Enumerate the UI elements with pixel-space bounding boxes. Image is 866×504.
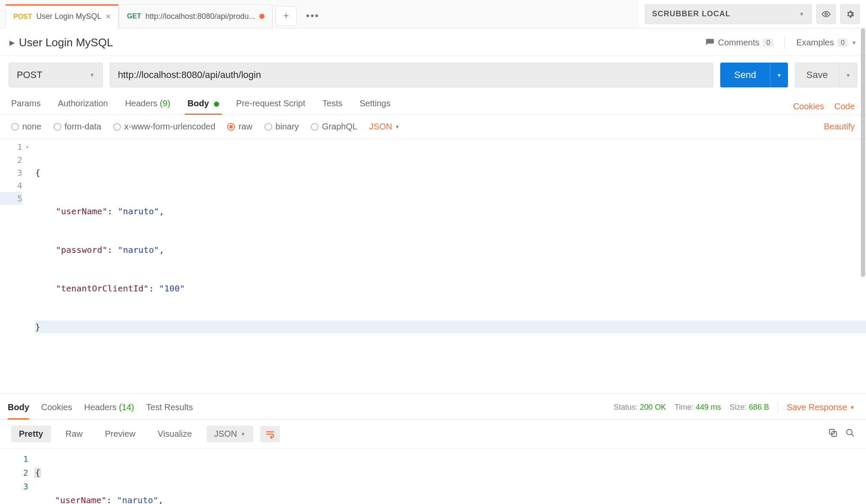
comments-label: Comments [718, 38, 760, 48]
save-button[interactable]: Save [795, 63, 839, 87]
body-language-value: JSON [369, 122, 392, 132]
tab-prerequest[interactable]: Pre-request Script [236, 99, 305, 114]
comments-count: 0 [763, 39, 773, 47]
response-tab-testresults[interactable]: Test Results [146, 399, 193, 416]
chevron-right-icon: ▶ [9, 39, 15, 47]
tab-body[interactable]: Body [187, 99, 219, 114]
settings-button[interactable] [840, 4, 860, 24]
save-response-button[interactable]: Save Response ▼ [787, 402, 855, 412]
response-view-preview[interactable]: Preview [97, 426, 143, 442]
environment-quicklook-button[interactable] [816, 4, 836, 24]
headers-count: (9) [160, 99, 170, 108]
examples-count: 0 [837, 39, 848, 47]
tab-method-badge: POST [13, 13, 32, 21]
examples-button[interactable]: Examples 0 ▼ [796, 38, 857, 48]
save-dropdown-button[interactable]: ▼ [839, 63, 857, 87]
unsaved-dot-icon [259, 14, 265, 19]
environment-name: SCRUBBER LOCAL [652, 9, 731, 18]
tabs-row: POST User Login MySQL × GET http://local… [0, 0, 639, 28]
time-value: 449 ms [696, 403, 721, 411]
response-view-raw[interactable]: Raw [58, 426, 90, 442]
request-name: User Login MySQL [19, 36, 113, 49]
code-link[interactable]: Code [834, 102, 855, 111]
body-type-graphql[interactable]: GraphQL [311, 122, 357, 132]
tab-products[interactable]: GET http://localhost:8080/api/produ... [119, 4, 273, 28]
tab-headers-label: Headers [125, 99, 158, 108]
status-value: 200 OK [640, 403, 666, 411]
response-format-select[interactable]: JSON ▼ [207, 426, 253, 442]
chevron-down-icon: ▼ [241, 431, 246, 437]
chevron-down-icon: ▼ [850, 405, 855, 411]
beautify-button[interactable]: Beautify [824, 122, 855, 132]
method-select[interactable]: POST ▼ [9, 63, 103, 87]
tab-authorization[interactable]: Authorization [58, 99, 108, 114]
tab-body-label: Body [187, 99, 209, 108]
svg-point-4 [847, 429, 852, 435]
send-dropdown-button[interactable]: ▼ [770, 63, 788, 87]
tab-title: User Login MySQL [36, 12, 102, 21]
body-modified-dot-icon [214, 102, 219, 107]
response-tab-headers[interactable]: Headers (14) [84, 399, 134, 416]
body-type-formdata[interactable]: form-data [54, 122, 102, 132]
close-icon[interactable]: × [106, 12, 111, 21]
cookies-link[interactable]: Cookies [793, 102, 824, 111]
response-tab-body[interactable]: Body [8, 399, 29, 416]
examples-label: Examples [796, 38, 834, 48]
chevron-down-icon: ▼ [395, 124, 400, 130]
svg-point-0 [825, 13, 827, 15]
tab-overflow-button[interactable]: ••• [302, 6, 323, 26]
chevron-down-icon: ▼ [851, 40, 857, 46]
response-body-editor[interactable]: 1 2 3 4 { "userName": "naruto", "token":… [0, 449, 866, 504]
method-value: POST [17, 69, 42, 81]
body-language-select[interactable]: JSON ▼ [369, 122, 400, 132]
tab-tests[interactable]: Tests [322, 99, 343, 114]
chevron-down-icon: ▼ [90, 72, 95, 78]
new-tab-button[interactable]: + [275, 6, 297, 26]
response-tab-cookies[interactable]: Cookies [41, 399, 72, 416]
copy-response-button[interactable] [828, 428, 838, 440]
tab-title: http://localhost:8080/api/produ... [145, 12, 255, 21]
body-type-none[interactable]: none [11, 122, 42, 132]
tab-settings[interactable]: Settings [360, 99, 391, 114]
url-input[interactable] [110, 63, 713, 87]
response-view-visualize[interactable]: Visualize [150, 426, 200, 442]
tab-user-login[interactable]: POST User Login MySQL × [5, 4, 119, 28]
search-response-button[interactable] [845, 428, 855, 440]
tab-method-badge: GET [127, 12, 141, 20]
tab-params[interactable]: Params [11, 99, 41, 114]
environment-select[interactable]: SCRUBBER LOCAL ▼ [645, 4, 812, 24]
tab-headers[interactable]: Headers (9) [125, 99, 171, 114]
svg-line-5 [851, 434, 854, 437]
body-type-raw[interactable]: raw [227, 122, 252, 132]
request-body-editor[interactable]: 1 2 3 4 5 ▾ { "userName": "naruto", "pas… [0, 139, 866, 393]
breadcrumb[interactable]: ▶ User Login MySQL [9, 36, 113, 49]
send-button[interactable]: Send [720, 63, 770, 87]
vertical-scrollbar[interactable] [860, 28, 865, 504]
body-type-xwww[interactable]: x-www-form-urlencoded [113, 122, 215, 132]
body-type-binary[interactable]: binary [265, 122, 299, 132]
chevron-down-icon: ▼ [799, 11, 805, 17]
comments-button[interactable]: Comments 0 [705, 38, 774, 48]
wrap-lines-button[interactable] [260, 426, 280, 442]
response-headers-count: (14) [119, 402, 134, 412]
size-value: 686 B [749, 403, 769, 411]
response-view-pretty[interactable]: Pretty [11, 426, 51, 442]
